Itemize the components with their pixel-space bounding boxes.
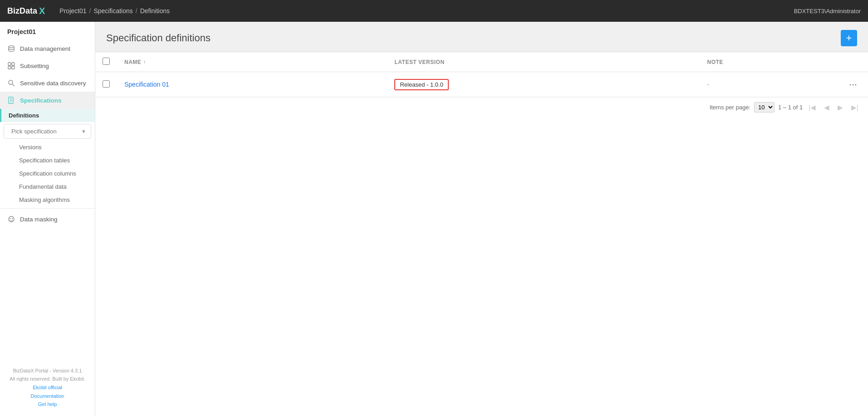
user-label: BDXTEST3\Administrator — [794, 8, 861, 15]
sidebar-project-label: Project01 — [0, 22, 95, 40]
breadcrumb-sep1: / — [89, 7, 91, 15]
book-icon — [7, 96, 15, 104]
sidebar-item-sensitive-data-label: Sensitive data discovery — [20, 80, 86, 87]
sidebar-item-specifications-label: Specifications — [20, 97, 62, 104]
sidebar-item-subsetting[interactable]: Subsetting — [0, 57, 95, 74]
definitions-table: NAME ↑ LATEST VERSION NOTE Specification… — [95, 52, 868, 97]
col-header-note: NOTE — [700, 52, 839, 72]
puzzle-icon — [7, 62, 15, 70]
version-badge: Released - 1.0.0 — [394, 79, 448, 90]
breadcrumb-specifications[interactable]: Specifications — [93, 7, 132, 15]
row-name-cell[interactable]: Specification 01 — [117, 72, 387, 97]
footer-link-ekobit[interactable]: Ekobit official — [7, 383, 88, 392]
row-version-cell: Released - 1.0.0 — [387, 72, 700, 97]
footer-rights: All rights reserved. Built by Ekobit. — [7, 375, 88, 383]
sidebar-item-specifications[interactable]: Specifications — [0, 92, 95, 109]
sidebar-item-definitions[interactable]: Definitions — [0, 109, 95, 122]
note-value: - — [707, 81, 710, 88]
col-header-name: NAME ↑ — [117, 52, 387, 72]
sidebar: Project01 Data management — [0, 22, 95, 416]
breadcrumb: Project01 / Specifications / Definitions — [59, 7, 170, 15]
main-content: Specification definitions + NAME ↑ LATES… — [95, 22, 868, 416]
svg-point-12 — [10, 218, 10, 219]
definitions-label: Definitions — [9, 112, 39, 119]
versions-label: Versions — [19, 144, 42, 151]
pagination-next-button[interactable]: ▶ — [835, 103, 845, 113]
spec-columns-label: Specification columns — [19, 170, 76, 177]
items-per-page-select[interactable]: 10 25 50 — [754, 102, 775, 113]
sidebar-footer: BizDataX Portal - Version 4.3.1 All righ… — [0, 359, 95, 416]
svg-point-0 — [9, 46, 14, 48]
pagination-last-button[interactable]: ▶| — [849, 103, 861, 113]
col-header-check — [95, 52, 117, 72]
pagination-first-button[interactable]: |◀ — [806, 103, 818, 113]
sidebar-subitem-versions[interactable]: Versions — [0, 141, 95, 154]
main-header: Specification definitions + — [95, 22, 868, 52]
row-check-cell — [95, 72, 117, 97]
breadcrumb-project[interactable]: Project01 — [59, 7, 86, 15]
sidebar-item-data-management[interactable]: Data management — [0, 40, 95, 57]
layout: Project01 Data management — [0, 22, 868, 416]
row-actions-cell: ⋯ — [839, 72, 868, 97]
row-checkbox[interactable] — [103, 80, 110, 88]
row-note-cell: - — [700, 72, 839, 97]
col-header-actions — [839, 52, 868, 72]
footer-version: BizDataX Portal - Version 4.3.1 — [7, 367, 88, 375]
logo-text: BizData — [7, 6, 37, 16]
add-button[interactable]: + — [841, 30, 857, 46]
items-per-page-label: Items per page: — [710, 104, 750, 111]
mask-icon — [7, 215, 15, 223]
pagination-prev-button[interactable]: ◀ — [822, 103, 832, 113]
sidebar-item-subsetting-label: Subsetting — [20, 63, 49, 69]
footer-link-docs[interactable]: Documentation — [7, 392, 88, 401]
svg-rect-1 — [8, 63, 11, 65]
pagination-bar: Items per page: 10 25 50 1 – 1 of 1 |◀ ◀… — [95, 97, 868, 117]
page-title: Specification definitions — [106, 32, 211, 44]
sidebar-subitem-spec-tables[interactable]: Specification tables — [0, 154, 95, 167]
svg-line-6 — [13, 84, 15, 86]
topnav: BizData X Project01 / Specifications / D… — [0, 0, 868, 22]
logo-x: X — [39, 6, 45, 16]
table-header-row: NAME ↑ LATEST VERSION NOTE — [95, 52, 868, 72]
spec-tables-label: Specification tables — [19, 157, 70, 164]
sidebar-divider — [0, 208, 95, 209]
sidebar-subitem-fundamental-data[interactable]: Fundamental data — [0, 180, 95, 193]
pick-specification-dropdown[interactable]: Pick specification ▾ — [4, 124, 91, 139]
masking-algorithms-label: Masking algorithms — [19, 196, 70, 203]
svg-rect-4 — [12, 66, 15, 69]
svg-point-5 — [9, 80, 13, 84]
sidebar-item-data-masking-label: Data masking — [20, 216, 58, 223]
table-row: Specification 01 Released - 1.0.0 - ⋯ — [95, 72, 868, 97]
table-container: NAME ↑ LATEST VERSION NOTE Specification… — [95, 52, 868, 416]
search-icon — [7, 79, 15, 87]
svg-rect-3 — [8, 66, 11, 69]
svg-rect-2 — [12, 63, 15, 65]
col-header-version: LATEST VERSION — [387, 52, 700, 72]
sidebar-item-data-management-label: Data management — [20, 45, 70, 52]
logo[interactable]: BizData X — [7, 6, 45, 16]
pagination-range: 1 – 1 of 1 — [778, 104, 803, 111]
sidebar-subitem-masking-algorithms[interactable]: Masking algorithms — [0, 193, 95, 206]
sidebar-item-sensitive-data[interactable]: Sensitive data discovery — [0, 74, 95, 92]
breadcrumb-definitions[interactable]: Definitions — [140, 7, 170, 15]
pick-spec-label: Pick specification — [11, 128, 57, 135]
database-icon — [7, 44, 15, 53]
footer-link-help[interactable]: Get help — [7, 400, 88, 409]
sidebar-item-data-masking[interactable]: Data masking — [0, 210, 95, 228]
chevron-down-icon: ▾ — [82, 128, 85, 135]
sidebar-subitem-spec-columns[interactable]: Specification columns — [0, 167, 95, 180]
fundamental-data-label: Fundamental data — [19, 183, 67, 190]
select-all-checkbox[interactable] — [103, 58, 110, 65]
row-more-button[interactable]: ⋯ — [846, 78, 861, 90]
topnav-left: BizData X Project01 / Specifications / D… — [7, 6, 170, 16]
breadcrumb-sep2: / — [136, 7, 137, 15]
svg-point-13 — [12, 218, 13, 219]
